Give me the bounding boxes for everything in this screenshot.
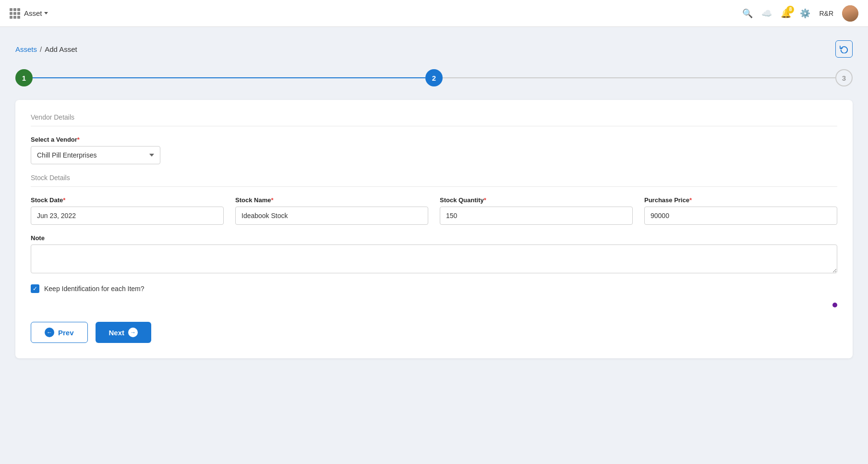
search-icon[interactable]: 🔍 [742, 8, 753, 19]
breadcrumb-assets-link[interactable]: Assets [15, 45, 37, 53]
checkbox-row: ✓ Keep Identification for each Item? [31, 284, 837, 293]
keep-identification-checkbox[interactable]: ✓ [31, 284, 39, 293]
stock-date-label: Stock Date* [31, 196, 224, 204]
cloud-icon[interactable]: ☁️ [761, 8, 772, 19]
chevron-down-icon [44, 12, 48, 14]
purchase-price-label: Purchase Price* [644, 196, 837, 204]
dot-indicator [832, 303, 837, 307]
note-label: Note [31, 234, 837, 242]
step-line-1-2 [33, 77, 425, 78]
breadcrumb-current: Add Asset [45, 45, 77, 53]
stock-name-input[interactable] [235, 207, 428, 225]
stock-divider [31, 186, 837, 187]
stepper: 1 2 3 [15, 69, 853, 86]
step-1: 1 [15, 69, 33, 86]
topnav-left: Asset [10, 8, 742, 19]
note-group: Note [31, 234, 837, 275]
purchase-price-col: Purchase Price* [644, 196, 837, 225]
form-card: Vendor Details Select a Vendor* Chill Pi… [15, 100, 853, 358]
vendor-section-title: Vendor Details [31, 113, 837, 121]
stock-date-col: Stock Date* [31, 196, 224, 225]
stock-quantity-label: Stock Quantity* [440, 196, 633, 204]
stock-quantity-col: Stock Quantity* [440, 196, 633, 225]
back-button[interactable] [835, 40, 853, 58]
next-button[interactable]: Next → [96, 322, 152, 343]
vendor-required: * [77, 136, 80, 143]
step-3: 3 [835, 69, 853, 86]
app-name[interactable]: Asset [24, 9, 48, 17]
stock-quantity-input[interactable] [440, 207, 633, 225]
breadcrumb: Assets / Add Asset [15, 40, 853, 58]
stock-name-label: Stock Name* [235, 196, 428, 204]
bell-icon[interactable]: 🔔 8 [781, 8, 791, 19]
notification-badge: 8 [786, 6, 794, 13]
stock-date-input[interactable] [31, 207, 224, 225]
main-content: Assets / Add Asset 1 2 3 Vendor Details [0, 27, 868, 372]
step-line-2-3 [443, 77, 835, 78]
note-textarea[interactable] [31, 244, 837, 273]
prev-button[interactable]: ← Prev [31, 322, 88, 343]
stock-fields-row: Stock Date* Stock Name* Stock Quantity* … [31, 196, 837, 225]
user-label: R&R [819, 10, 833, 17]
topnav-right: 🔍 ☁️ 🔔 8 ⚙️ R&R [742, 5, 858, 22]
avatar[interactable] [842, 5, 858, 22]
stock-section-title: Stock Details [31, 174, 837, 182]
grid-icon[interactable] [10, 8, 20, 19]
btn-row: ← Prev Next → [31, 322, 837, 343]
vendor-select-group: Select a Vendor* Chill Pill Enterprises [31, 136, 837, 164]
stock-name-col: Stock Name* [235, 196, 428, 225]
vendor-divider [31, 126, 837, 126]
settings-icon[interactable]: ⚙️ [800, 8, 810, 19]
prev-arrow-icon: ← [45, 328, 54, 337]
purchase-price-input[interactable] [644, 207, 837, 225]
vendor-label: Select a Vendor* [31, 136, 837, 143]
checkmark-icon: ✓ [33, 286, 37, 292]
step-2: 2 [425, 69, 443, 86]
breadcrumb-separator: / [40, 45, 42, 53]
next-arrow-icon: → [128, 328, 138, 337]
checkbox-label: Keep Identification for each Item? [44, 285, 145, 293]
vendor-select[interactable]: Chill Pill Enterprises [31, 146, 160, 164]
topnav: Asset 🔍 ☁️ 🔔 8 ⚙️ R&R [0, 0, 868, 27]
